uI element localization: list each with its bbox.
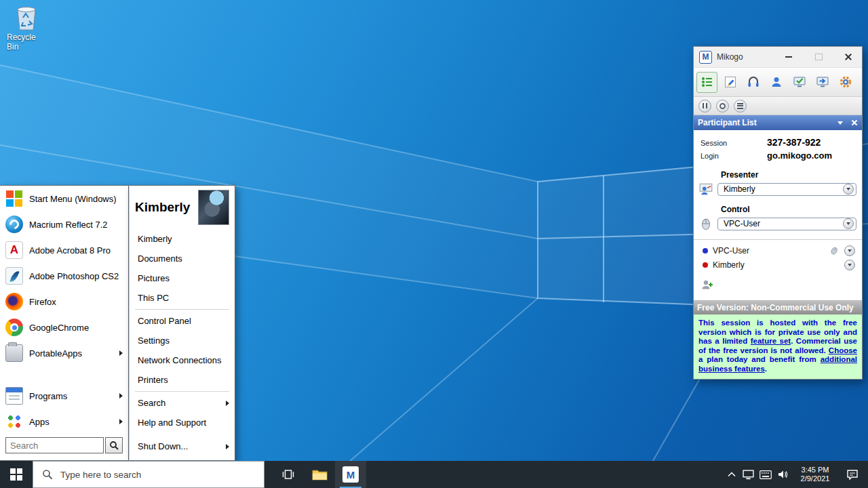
clock[interactable]: 3:45 PM 2/9/2021 — [791, 466, 840, 483]
close-button[interactable] — [840, 50, 856, 64]
tray-time: 3:45 PM — [792, 466, 838, 474]
start-menu-item-control-panel[interactable]: Control Panel — [130, 311, 235, 331]
participant-menu-button[interactable] — [844, 245, 855, 256]
touch-keyboard-tray-button[interactable] — [757, 461, 774, 488]
participant-list-button[interactable] — [696, 72, 717, 93]
start-menu-item-shutdown[interactable]: Shut Down... — [130, 436, 235, 456]
start-menu-search-button[interactable] — [105, 437, 123, 453]
item-label: Pictures — [138, 273, 170, 283]
volume-icon — [777, 470, 788, 479]
switch-presenter-button[interactable] — [812, 72, 833, 93]
copy-session-button[interactable] — [734, 100, 747, 113]
settings-button[interactable] — [835, 72, 856, 93]
voice-conference-button[interactable] — [743, 72, 764, 93]
collapse-panel-icon[interactable] — [837, 121, 843, 125]
user-avatar[interactable] — [198, 190, 229, 225]
start-menu-item-windows[interactable]: Start Menu (Windows) — [0, 186, 128, 211]
mikogo-toolbar — [694, 67, 862, 97]
dropdown-button[interactable] — [843, 218, 854, 229]
start-menu-item-chrome[interactable]: GoogleChrome — [0, 314, 128, 340]
tray-overflow-button[interactable] — [723, 461, 740, 488]
start-menu-item-apps[interactable]: Apps — [0, 409, 128, 434]
mikogo-taskbar-button[interactable]: M — [335, 461, 366, 488]
start-menu-item-firefox[interactable]: Firefox — [0, 289, 128, 314]
whiteboard-button[interactable] — [719, 72, 741, 93]
presenter-select[interactable]: Kimberly — [717, 183, 856, 196]
start-menu-item-acrobat[interactable]: A Adobe Acrobat 8 Pro — [0, 237, 128, 263]
control-label: Control — [721, 205, 862, 214]
dropdown-button[interactable] — [843, 184, 854, 195]
submenu-arrow-icon — [119, 419, 123, 424]
start-menu-item-this-pc[interactable]: This PC — [130, 288, 235, 308]
mikogo-window: M Mikogo — [693, 46, 863, 380]
display-tray-button[interactable] — [740, 461, 757, 488]
presenter-value: Kimberly — [724, 184, 843, 194]
add-participant-button[interactable] — [701, 278, 714, 293]
submenu-arrow-icon — [119, 350, 123, 356]
start-menu-item-macrium[interactable]: Macrium Reflect 7.2 — [0, 211, 128, 237]
minimize-button[interactable] — [781, 50, 797, 64]
tray-date: 2/9/2021 — [792, 474, 838, 483]
start-menu-item-settings[interactable]: Settings — [130, 331, 235, 350]
start-button[interactable] — [0, 461, 33, 488]
taskbar-search-box[interactable]: Type here to search — [33, 461, 264, 488]
search-icon — [109, 441, 119, 450]
start-menu-item-search[interactable]: Search — [130, 393, 235, 413]
item-label: PortableApps — [29, 348, 82, 359]
submenu-arrow-icon — [226, 444, 229, 449]
add-user-icon — [701, 278, 714, 291]
programs-icon — [5, 387, 23, 405]
start-menu-item-help[interactable]: Help and Support — [130, 413, 235, 432]
pause-icon — [703, 103, 707, 108]
user-icon — [770, 75, 783, 89]
start-menu-item-documents[interactable]: Documents — [130, 249, 235, 268]
taskbar: Type here to search M — [0, 461, 868, 488]
start-menu-item-portableapps[interactable]: PortableApps — [0, 340, 128, 366]
start-menu-item-printers[interactable]: Printers — [130, 370, 235, 390]
profile-button[interactable] — [766, 72, 787, 93]
participant-row[interactable]: Kimberly — [694, 258, 862, 272]
file-explorer-icon — [312, 468, 328, 481]
notice-text: a plan today and benefit from — [698, 355, 821, 363]
participant-row[interactable]: VPC-User — [694, 243, 862, 258]
system-tray: 3:45 PM 2/9/2021 — [723, 461, 868, 488]
task-view-button[interactable] — [273, 461, 304, 488]
record-button[interactable] — [716, 100, 729, 113]
pause-button[interactable] — [698, 100, 711, 113]
action-center-button[interactable] — [840, 461, 865, 488]
remote-control-button[interactable] — [789, 72, 810, 93]
submenu-arrow-icon — [119, 393, 123, 399]
panel-title: Participant List — [698, 118, 837, 127]
participant-list-icon — [701, 75, 714, 89]
start-menu-search-row — [5, 436, 123, 455]
search-icon — [42, 469, 53, 480]
volume-tray-button[interactable] — [774, 461, 791, 488]
close-panel-icon[interactable] — [851, 119, 858, 126]
recycle-bin[interactable]: Recycle Bin — [7, 4, 46, 52]
start-menu-spacer — [0, 366, 128, 383]
window-title: Mikogo — [717, 52, 767, 62]
whiteboard-pen-icon — [724, 75, 737, 89]
notice-text: . — [765, 365, 767, 373]
start-menu-item-user-folder[interactable]: Kimberly — [130, 229, 235, 249]
control-select[interactable]: VPC-User — [717, 218, 856, 230]
file-explorer-button[interactable] — [304, 461, 335, 488]
firefox-icon — [5, 293, 23, 310]
participant-panel-body: Session 327-387-922 Login go.mikogo.com … — [694, 130, 862, 300]
start-menu-item-programs[interactable]: Programs — [0, 383, 128, 409]
choose-plan-link[interactable]: Choose — [829, 346, 857, 354]
recycle-bin-label: Recycle Bin — [7, 33, 46, 52]
maximize-button[interactable] — [810, 50, 827, 64]
start-menu-item-photoshop[interactable]: Adobe Photoshop CS2 — [0, 263, 128, 289]
item-label: Search — [138, 398, 165, 408]
participant-menu-button[interactable] — [844, 260, 855, 270]
display-icon — [743, 470, 754, 480]
free-version-notice: This session is hosted with the free ver… — [694, 314, 862, 379]
item-label: Programs — [29, 391, 67, 401]
start-menu-search-input[interactable] — [5, 437, 104, 453]
mikogo-app-icon: M — [342, 466, 359, 483]
start-menu-item-network-connections[interactable]: Network Connections — [130, 350, 235, 370]
start-menu-item-pictures[interactable]: Pictures — [130, 268, 235, 288]
mikogo-titlebar[interactable]: M Mikogo — [694, 47, 862, 67]
feature-set-link[interactable]: feature set — [751, 337, 791, 345]
